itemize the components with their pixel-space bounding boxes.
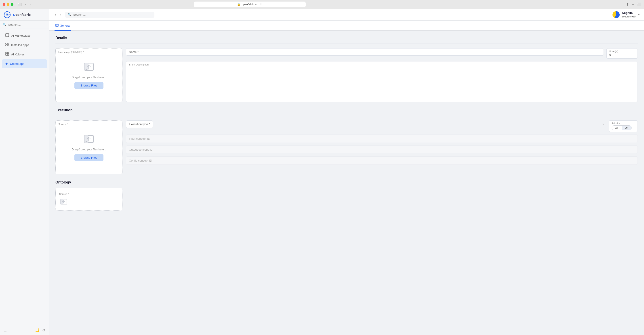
security-icon: 🔒: [237, 3, 240, 6]
source-label: Source *: [58, 123, 68, 126]
app-container: Openfabric 🔍 AI Marketplace: [0, 9, 644, 335]
sidebar-item-ai-xplorer[interactable]: AI Xplorer: [2, 50, 47, 59]
top-bar: ‹ › 🔍 Kognital 395,498.96ℵ ▾: [49, 9, 644, 20]
details-title: Details: [56, 36, 638, 40]
svg-rect-18: [86, 141, 87, 142]
user-name: Kognital: [622, 11, 636, 15]
search-icon: 🔍: [3, 23, 6, 26]
ontology-grid: Source *: [56, 188, 638, 210]
execution-section: Execution Source *: [56, 108, 638, 174]
upload-box-label: Icon image (500x300) *: [58, 51, 84, 54]
autostart-on-button[interactable]: On: [622, 126, 632, 130]
main-area: ‹ › 🔍 Kognital 395,498.96ℵ ▾: [49, 9, 644, 335]
price-input[interactable]: [609, 53, 635, 56]
add-tab-icon[interactable]: ＋: [632, 2, 635, 7]
sidebar-item-ai-marketplace[interactable]: AI Marketplace: [2, 31, 47, 40]
details-grid: Icon image (500x300) * Drag: [56, 48, 638, 102]
autostart-box: Autostart Off On: [609, 120, 638, 132]
menu-icon[interactable]: ☰: [4, 328, 7, 332]
footer-icons: 🌙 ⚙: [35, 328, 45, 332]
source-upload-box[interactable]: Source * Drag & drop your f: [56, 120, 122, 174]
sidebar-nav: AI Marketplace Installed apps: [0, 29, 49, 325]
execution-grid: Source * Drag & drop your f: [56, 120, 638, 174]
titlebar-actions: ⬆ ＋ ⬜: [626, 2, 641, 7]
details-browse-button[interactable]: Browse Files: [74, 82, 104, 89]
upload-drag-text: Drag & drop your files here...: [72, 76, 106, 79]
sidebar-item-installed-apps[interactable]: Installed apps: [2, 40, 47, 50]
output-concept-input[interactable]: [126, 146, 638, 154]
app-forward-button[interactable]: ›: [58, 12, 62, 18]
forward-button[interactable]: ›: [28, 2, 32, 7]
autostart-off-button[interactable]: Off: [612, 126, 622, 130]
sidebar-label-marketplace: AI Marketplace: [11, 34, 30, 37]
exec-right: Execution type * ▾ Autostart Off On: [126, 120, 638, 174]
settings-icon[interactable]: ⚙: [42, 328, 45, 332]
user-balance: 395,498.96ℵ: [622, 15, 636, 18]
description-box[interactable]: Short Description: [126, 61, 638, 102]
close-button[interactable]: [3, 3, 5, 6]
config-concept-input[interactable]: [126, 156, 638, 165]
execution-type-wrapper[interactable]: Execution type * ▾: [126, 120, 606, 128]
select-arrow-icon: ▾: [602, 123, 604, 126]
svg-rect-10: [6, 54, 7, 56]
svg-rect-5: [7, 43, 9, 44]
ontology-upload-icon: [59, 198, 119, 207]
svg-rect-15: [86, 68, 87, 70]
exec-top-row: Execution type * ▾ Autostart Off On: [126, 120, 638, 132]
search-input[interactable]: [8, 23, 46, 26]
app-nav-buttons: ‹ ›: [54, 12, 62, 18]
execution-divider: [56, 116, 638, 116]
name-input[interactable]: [126, 48, 604, 56]
tab-general[interactable]: General: [54, 20, 71, 30]
user-dropdown-icon[interactable]: ▾: [638, 13, 640, 16]
execution-type-select[interactable]: Execution type *: [126, 120, 153, 128]
browser-nav: ‹ ›: [24, 2, 32, 7]
svg-rect-7: [7, 45, 9, 46]
address-bar[interactable]: 🔒 openfabric.ai ↻: [194, 2, 306, 7]
tabs-bar: General: [49, 20, 644, 30]
input-concept-input[interactable]: [126, 134, 638, 143]
reload-icon[interactable]: ↻: [260, 3, 262, 6]
search-bar[interactable]: 🔍: [65, 12, 154, 18]
price-field: Price (ℵ): [606, 48, 638, 58]
details-divider: [56, 44, 638, 44]
theme-icon[interactable]: 🌙: [35, 328, 40, 332]
ontology-section: Ontology Source *: [56, 180, 638, 210]
logo-icon: [4, 11, 11, 18]
sidebar-label-installed: Installed apps: [11, 43, 29, 47]
xplorer-icon: [5, 52, 9, 56]
svg-rect-9: [7, 52, 9, 54]
ontology-upload-box[interactable]: Source *: [56, 188, 122, 210]
svg-rect-4: [6, 43, 7, 44]
sidebar-search[interactable]: 🔍: [0, 20, 49, 29]
execution-title: Execution: [56, 108, 638, 112]
windows-icon[interactable]: ⬜: [637, 2, 641, 7]
minimize-button[interactable]: [7, 3, 10, 6]
autostart-toggle[interactable]: Off On: [612, 125, 632, 130]
app-back-button[interactable]: ‹: [54, 12, 58, 18]
icon-upload-box[interactable]: Icon image (500x300) * Drag: [56, 48, 122, 102]
source-browse-button[interactable]: Browse Files: [74, 154, 104, 161]
back-button[interactable]: ‹: [24, 2, 28, 7]
sidebar-footer: ☰ 🌙 ⚙: [0, 325, 49, 335]
sidebar-toggle-icon[interactable]: ⬜: [18, 3, 22, 6]
autostart-label: Autostart: [612, 122, 635, 124]
maximize-button[interactable]: [11, 3, 14, 6]
svg-point-2: [6, 14, 8, 16]
share-icon[interactable]: ⬆: [626, 2, 629, 7]
marketplace-icon: [5, 33, 9, 38]
sidebar: Openfabric 🔍 AI Marketplace: [0, 9, 49, 335]
content: General Details Icon image (500x300) *: [49, 20, 644, 335]
description-label: Short Description: [129, 63, 635, 66]
sidebar-item-create-app[interactable]: + Create app: [2, 59, 47, 68]
upload-icon: [83, 62, 94, 74]
svg-rect-8: [6, 52, 7, 54]
svg-rect-11: [7, 54, 9, 56]
sidebar-label-xplorer: AI Xplorer: [11, 53, 24, 56]
details-section: Details Icon image (500x300) *: [56, 36, 638, 102]
price-label: Price (ℵ): [609, 50, 635, 53]
right-fields: Price (ℵ) Short Description: [126, 48, 638, 102]
sidebar-label-create: Create app: [10, 62, 24, 66]
search-bar-input[interactable]: [73, 13, 152, 16]
source-upload-icon: [83, 134, 94, 146]
